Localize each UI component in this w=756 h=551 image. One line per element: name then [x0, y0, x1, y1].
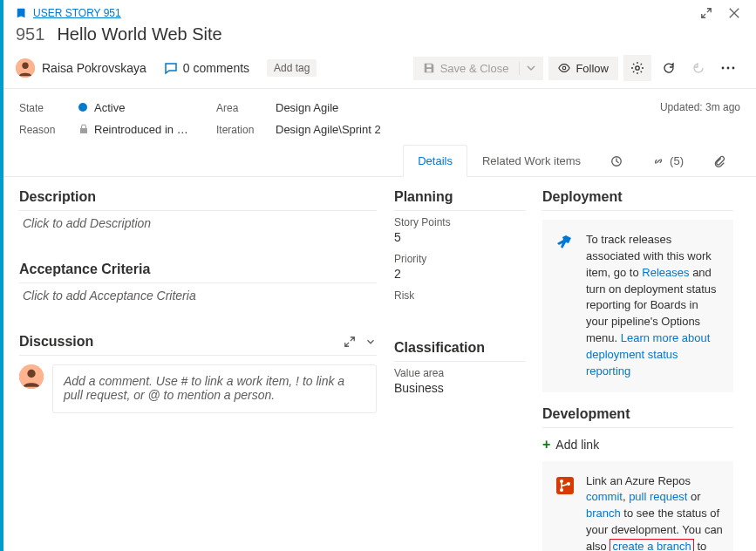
svg-point-5 — [727, 67, 730, 70]
save-icon — [423, 62, 435, 74]
branch-icon — [555, 475, 576, 496]
attachment-icon — [713, 155, 725, 167]
assignee-name: Raisa Pokrovskaya — [42, 61, 146, 75]
refresh-button[interactable] — [657, 55, 681, 81]
refresh-icon — [662, 61, 676, 75]
discussion-heading: Discussion — [19, 334, 377, 356]
commit-link[interactable]: commit — [586, 490, 623, 503]
breadcrumb: USER STORY 951 — [16, 7, 121, 19]
work-item-title[interactable]: Hello World Web Site — [57, 24, 221, 44]
svg-point-1 — [22, 63, 28, 69]
priority-label: Priority — [394, 253, 525, 265]
comment-icon — [164, 61, 178, 75]
state-dot-icon — [78, 103, 87, 112]
save-close-button[interactable]: Save & Close — [413, 57, 544, 80]
rocket-icon — [555, 234, 576, 255]
iteration-label: Iteration — [216, 124, 269, 136]
create-branch-link[interactable]: create a branch — [610, 539, 693, 551]
area-label: Area — [216, 102, 269, 114]
svg-point-11 — [560, 480, 563, 483]
classification-heading: Classification — [394, 340, 525, 362]
risk-field[interactable] — [394, 302, 525, 326]
undo-button[interactable] — [686, 55, 711, 81]
state-field[interactable]: Active — [78, 101, 209, 114]
iteration-field[interactable]: Design Agile\Sprint 2 — [276, 123, 740, 136]
acceptance-input[interactable]: Click to add Acceptance Criteria — [19, 283, 377, 320]
work-item-id: 951 — [16, 24, 44, 44]
ellipsis-icon — [721, 66, 735, 70]
lock-icon — [78, 124, 89, 134]
tab-links[interactable]: (5) — [637, 145, 698, 176]
add-tag-button[interactable]: Add tag — [267, 59, 317, 77]
releases-link[interactable]: Releases — [642, 266, 689, 279]
comments-count[interactable]: 0 comments — [164, 61, 249, 75]
description-input[interactable]: Click to add Description — [19, 211, 377, 248]
svg-point-4 — [722, 67, 725, 70]
settings-button[interactable] — [623, 55, 651, 81]
chevron-down-icon[interactable] — [519, 62, 542, 75]
risk-label: Risk — [394, 289, 525, 302]
fullscreen-icon[interactable] — [700, 7, 712, 19]
avatar — [16, 58, 35, 78]
add-link-button[interactable]: + Add link — [542, 437, 733, 452]
story-points-label: Story Points — [394, 216, 525, 228]
eye-icon — [558, 62, 570, 74]
user-story-icon — [16, 7, 28, 19]
link-icon — [652, 155, 664, 167]
breadcrumb-link[interactable]: USER STORY 951 — [33, 7, 121, 19]
deployment-card: To track releases associated with this w… — [542, 220, 733, 392]
undo-icon — [691, 61, 705, 75]
acceptance-heading: Acceptance Criteria — [19, 262, 377, 283]
reason-label: Reason — [19, 124, 72, 136]
value-area-label: Value area — [394, 367, 525, 379]
planning-heading: Planning — [394, 189, 525, 211]
tab-related[interactable]: Related Work items — [467, 145, 596, 176]
tab-history[interactable] — [596, 145, 637, 176]
branch-link[interactable]: branch — [586, 507, 621, 520]
reason-field[interactable]: Reintroduced in … — [78, 123, 209, 136]
deployment-heading: Deployment — [542, 189, 733, 211]
avatar — [19, 364, 44, 389]
expand-icon[interactable] — [344, 336, 356, 348]
tab-details[interactable]: Details — [403, 145, 467, 177]
svg-point-3 — [636, 66, 639, 70]
state-label: State — [19, 102, 72, 114]
pull-request-link[interactable]: pull request — [629, 490, 687, 503]
close-icon[interactable] — [728, 7, 740, 19]
svg-point-9 — [27, 370, 35, 378]
svg-point-12 — [560, 488, 563, 492]
value-area-field[interactable]: Business — [394, 379, 525, 404]
updated-timestamp: Updated: 3m ago — [660, 101, 740, 113]
development-card: Link an Azure Repos commit, pull request… — [542, 461, 733, 551]
discussion-input[interactable]: Add a comment. Use # to link a work item… — [52, 364, 377, 413]
description-heading: Description — [19, 189, 377, 211]
gear-icon — [630, 61, 644, 75]
development-heading: Development — [542, 406, 733, 428]
svg-point-6 — [732, 67, 735, 70]
history-icon — [610, 155, 623, 167]
assignee-picker[interactable]: Raisa Pokrovskaya — [16, 58, 146, 78]
plus-icon: + — [542, 437, 550, 452]
svg-point-2 — [563, 66, 567, 70]
follow-button[interactable]: Follow — [548, 57, 618, 80]
tab-attachments[interactable] — [698, 145, 740, 176]
more-actions-button[interactable] — [716, 55, 740, 81]
priority-field[interactable]: 2 — [394, 265, 525, 289]
chevron-down-icon[interactable] — [364, 336, 377, 348]
story-points-field[interactable]: 5 — [394, 228, 525, 253]
